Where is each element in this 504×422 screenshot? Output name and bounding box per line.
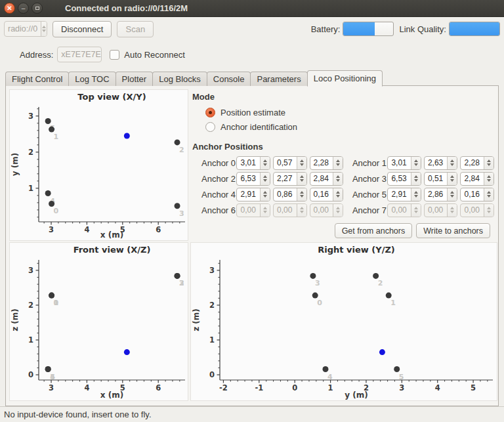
svg-text:y (m): y (m) (10, 153, 20, 176)
spin-up-icon[interactable] (336, 159, 340, 162)
spin-down-icon[interactable] (414, 195, 418, 198)
spin-down-icon[interactable] (336, 163, 340, 166)
anchor-2-z-field[interactable]: 2,84 (310, 172, 344, 186)
spin-up-icon[interactable] (450, 159, 454, 162)
close-button[interactable]: ✕ (4, 3, 15, 14)
spin-up-icon[interactable] (414, 175, 418, 178)
svg-text:2: 2 (209, 301, 215, 310)
spin-arrows[interactable] (297, 157, 306, 169)
spin-up-icon[interactable] (300, 191, 304, 194)
anchor-4-z-field[interactable]: 0,16 (310, 188, 344, 201)
spin-down-icon[interactable] (450, 163, 454, 166)
svg-text:4: 4 (435, 383, 440, 392)
spin-up-icon[interactable] (336, 175, 340, 178)
anchor-1-z-field[interactable]: 2,28 (460, 156, 494, 170)
radio-button-icon[interactable] (205, 108, 215, 117)
spin-arrows[interactable] (484, 188, 494, 201)
spin-arrows[interactable] (333, 188, 343, 201)
spin-up-icon[interactable] (487, 191, 491, 194)
spin-down-icon[interactable] (487, 179, 491, 182)
anchor-3-y-field[interactable]: 0,51 (424, 172, 458, 186)
auto-reconnect-checkbox[interactable] (110, 50, 119, 60)
anchor-4-y-field[interactable]: 0,86 (273, 188, 307, 201)
anchor-1-y-field[interactable]: 2,63 (424, 156, 458, 170)
anchor-5-z-field[interactable]: 0,16 (460, 188, 494, 201)
tab-console[interactable]: Console (207, 72, 251, 86)
spin-arrows[interactable] (297, 188, 306, 201)
spin-arrows[interactable] (260, 157, 270, 169)
tab-parameters[interactable]: Parameters (250, 72, 307, 86)
spin-up-icon[interactable] (263, 175, 267, 178)
spin-arrows[interactable] (333, 173, 343, 185)
mode-option-position-estimate[interactable]: Position estimate (205, 105, 497, 119)
minimize-button[interactable]: – (18, 3, 29, 14)
spin-up-icon[interactable] (300, 175, 304, 178)
spin-arrows[interactable] (333, 157, 343, 169)
get-from-anchors-button[interactable]: Get from anchors (335, 223, 413, 238)
spin-down-icon[interactable] (487, 163, 491, 166)
anchor-2-y-field[interactable]: 2,27 (273, 172, 307, 186)
spin-arrows[interactable] (411, 173, 421, 185)
anchor-6-z-field-value: 0,00 (310, 204, 333, 217)
spin-arrows[interactable] (447, 173, 457, 185)
spin-arrows[interactable] (484, 157, 494, 169)
battery-progress-fill (343, 22, 374, 35)
right-view-plot: -2-10123450123Right view (Y/Z)y (m)z (m)… (190, 242, 497, 401)
spin-up-icon[interactable] (414, 159, 418, 162)
spin-down-icon[interactable] (300, 195, 304, 198)
spin-up-icon[interactable] (487, 175, 491, 178)
spin-down-icon[interactable] (450, 179, 454, 182)
spin-arrows[interactable] (297, 173, 306, 185)
tab-plotter[interactable]: Plotter (116, 72, 154, 86)
spin-up-icon[interactable] (263, 159, 267, 162)
spin-up-icon[interactable] (300, 159, 304, 162)
anchor-grid: Anchor 03,010,572,28Anchor 13,012,632,28… (191, 155, 497, 218)
spin-down-icon[interactable] (300, 179, 304, 182)
spin-arrows[interactable] (260, 173, 270, 185)
anchor-5-y-field[interactable]: 2,86 (424, 188, 458, 201)
spin-up-icon[interactable] (487, 159, 491, 162)
anchor-0-x-field[interactable]: 3,01 (236, 156, 270, 170)
anchor-1-x-field[interactable]: 3,01 (387, 156, 421, 170)
spin-down-icon[interactable] (450, 195, 454, 198)
spin-down-icon[interactable] (263, 179, 267, 182)
spin-arrows[interactable] (411, 188, 421, 201)
anchor-4-x-field[interactable]: 2,91 (236, 188, 270, 201)
anchor-5-x-field[interactable]: 2,91 (387, 188, 421, 201)
spin-up-icon[interactable] (450, 175, 454, 178)
mode-option-anchor-identification[interactable]: Anchor identification (205, 119, 497, 134)
spin-arrows[interactable] (411, 157, 421, 169)
tab-log-blocks[interactable]: Log Blocks (152, 72, 207, 86)
write-to-anchors-button[interactable]: Write to anchors (416, 223, 490, 238)
anchor-2-x-field[interactable]: 6,53 (236, 172, 270, 186)
spin-up-icon[interactable] (414, 191, 418, 194)
spin-up-icon[interactable] (263, 191, 267, 194)
spin-down-icon[interactable] (300, 163, 304, 166)
maximize-button[interactable] (32, 3, 43, 14)
radio-button-icon[interactable] (205, 122, 215, 132)
auto-reconnect-label: Auto Reconnect (124, 50, 185, 60)
spin-down-icon[interactable] (414, 163, 418, 166)
spin-down-icon[interactable] (263, 163, 267, 166)
anchor-2-z-field-value: 2,84 (310, 173, 333, 185)
spin-up-icon[interactable] (450, 191, 454, 194)
anchor-5-z-field-value: 0,16 (461, 188, 484, 201)
spin-down-icon[interactable] (336, 179, 340, 182)
anchor-0-y-field[interactable]: 0,57 (273, 156, 307, 170)
spin-down-icon[interactable] (263, 195, 267, 198)
spin-up-icon[interactable] (336, 191, 340, 194)
spin-arrows[interactable] (447, 157, 457, 169)
anchor-3-x-field[interactable]: 6,53 (387, 172, 421, 186)
tab-loco-positioning[interactable]: Loco Positioning (307, 70, 383, 87)
spin-arrows[interactable] (447, 188, 457, 201)
spin-arrows[interactable] (484, 173, 494, 185)
tab-flight-control[interactable]: Flight Control (5, 72, 69, 86)
disconnect-button[interactable]: Disconnect (52, 21, 112, 37)
spin-down-icon[interactable] (414, 179, 418, 182)
anchor-0-z-field[interactable]: 2,28 (310, 156, 344, 170)
spin-down-icon[interactable] (487, 195, 491, 198)
spin-down-icon[interactable] (336, 195, 340, 198)
tab-log-toc[interactable]: Log TOC (68, 72, 116, 86)
anchor-3-z-field[interactable]: 2,84 (460, 172, 494, 186)
spin-arrows[interactable] (260, 188, 270, 201)
